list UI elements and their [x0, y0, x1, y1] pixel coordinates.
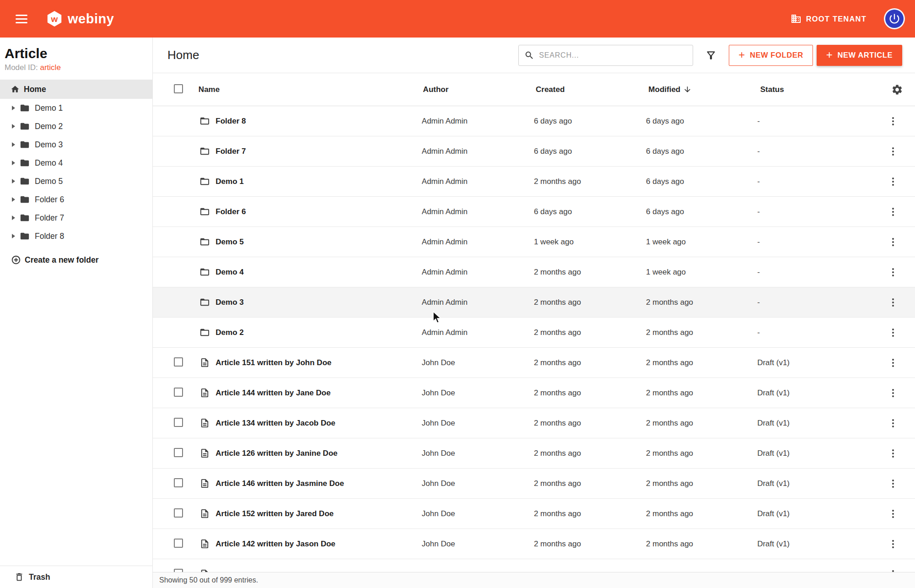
row-menu-button[interactable] [888, 206, 899, 217]
chevron-right-icon[interactable] [12, 234, 15, 238]
chevron-right-icon[interactable] [12, 161, 15, 165]
tenant-selector[interactable]: ROOT TENANT [791, 13, 867, 24]
row-name[interactable]: Article 126 written by Janine Doe [215, 449, 422, 458]
row-status: Draft (v1) [757, 419, 888, 428]
column-header-status[interactable]: Status [760, 85, 891, 94]
row-name[interactable]: Article 142 written by Jason Doe [215, 539, 422, 549]
table-row[interactable]: Article 151 written by John Doe John Doe… [153, 348, 915, 378]
row-created: 2 months ago [534, 419, 646, 428]
column-header-modified[interactable]: Modified [648, 85, 760, 94]
new-folder-button[interactable]: + NEW FOLDER [729, 45, 813, 66]
row-menu-button[interactable] [888, 267, 899, 278]
table-row[interactable]: Article 134 written by Jacob Doe John Do… [153, 408, 915, 438]
row-checkbox[interactable] [174, 508, 183, 518]
sidebar: Article Model ID: article Home Demo 1 De… [0, 38, 153, 588]
search-input[interactable] [539, 51, 687, 59]
sidebar-folder-item[interactable]: Demo 4 [0, 154, 152, 172]
row-name[interactable]: Demo 1 [215, 177, 422, 186]
chevron-right-icon[interactable] [12, 216, 15, 220]
trash-button[interactable]: Trash [0, 566, 152, 588]
table-row[interactable]: Demo 3 Admin Admin 2 months ago 2 months… [153, 287, 915, 318]
row-checkbox[interactable] [174, 448, 183, 457]
settings-icon[interactable] [891, 84, 903, 96]
row-menu-button[interactable] [888, 176, 899, 187]
sidebar-folder-item[interactable]: Demo 5 [0, 172, 152, 190]
row-checkbox[interactable] [174, 418, 183, 427]
row-menu-button[interactable] [888, 478, 899, 489]
table-row[interactable]: Folder 6 Admin Admin 6 days ago 6 days a… [153, 197, 915, 227]
sidebar-folder-item[interactable]: Demo 2 [0, 117, 152, 135]
row-menu-button[interactable] [888, 146, 899, 157]
chevron-right-icon[interactable] [12, 142, 15, 147]
row-menu-button[interactable] [888, 388, 899, 399]
article-icon [199, 418, 210, 428]
sidebar-folder-label: Folder 8 [35, 232, 64, 241]
row-name[interactable]: Folder 6 [215, 207, 422, 216]
table-row[interactable]: Article 144 written by Jane Doe John Doe… [153, 378, 915, 408]
row-name[interactable]: Demo 5 [215, 237, 422, 247]
create-folder-button[interactable]: Create a new folder [0, 250, 152, 270]
row-menu-button[interactable] [888, 357, 899, 368]
row-menu-button[interactable] [888, 539, 899, 550]
sidebar-folder-item[interactable]: Demo 3 [0, 135, 152, 154]
chevron-right-icon[interactable] [12, 197, 15, 202]
column-header-author[interactable]: Author [423, 85, 536, 94]
model-id-value[interactable]: article [40, 63, 60, 72]
row-menu-button[interactable] [888, 418, 899, 429]
chevron-right-icon[interactable] [12, 179, 15, 183]
row-checkbox[interactable] [174, 388, 183, 397]
user-avatar-button[interactable] [884, 8, 905, 29]
sidebar-folder-item[interactable]: Demo 1 [0, 99, 152, 117]
folder-icon [199, 146, 210, 156]
table-row[interactable]: Folder 8 Admin Admin 6 days ago 6 days a… [153, 106, 915, 136]
row-name[interactable]: Article 144 written by Jane Doe [215, 388, 422, 398]
sidebar-item-home[interactable]: Home [0, 80, 152, 99]
row-checkbox[interactable] [174, 539, 183, 548]
chevron-right-icon[interactable] [12, 106, 15, 110]
row-name[interactable]: Demo 3 [215, 298, 422, 307]
row-menu-button[interactable] [888, 508, 899, 519]
row-name[interactable]: Article 146 written by Jasmine Doe [215, 479, 422, 488]
model-title: Article [5, 46, 147, 61]
row-name[interactable]: Demo 2 [215, 328, 422, 337]
row-menu-button[interactable] [888, 297, 899, 308]
row-created: 2 months ago [534, 388, 646, 398]
row-checkbox[interactable] [174, 357, 183, 367]
sidebar-folder-item[interactable]: Folder 7 [0, 209, 152, 227]
add-circle-icon [11, 255, 21, 265]
table-row[interactable]: Folder 7 Admin Admin 6 days ago 6 days a… [153, 136, 915, 167]
row-name[interactable]: Demo 4 [215, 268, 422, 277]
row-menu-button[interactable] [888, 116, 899, 127]
sidebar-folder-item[interactable]: Folder 6 [0, 190, 152, 209]
table-row[interactable]: Article 152 written by Jared Doe John Do… [153, 499, 915, 529]
row-menu-button[interactable] [888, 237, 899, 248]
table-row[interactable]: Demo 4 Admin Admin 2 months ago 1 week a… [153, 257, 915, 287]
row-menu-button[interactable] [888, 327, 899, 338]
table-row[interactable]: Article 126 written by Janine Doe John D… [153, 438, 915, 469]
column-header-created[interactable]: Created [536, 85, 648, 94]
table-row[interactable]: Demo 1 Admin Admin 2 months ago 6 days a… [153, 167, 915, 197]
row-name[interactable]: Article 134 written by Jacob Doe [215, 419, 422, 428]
row-name[interactable]: Folder 8 [215, 117, 422, 126]
row-checkbox[interactable] [174, 478, 183, 487]
table-row[interactable]: Demo 2 Admin Admin 2 months ago 2 months… [153, 318, 915, 348]
row-name[interactable]: Article 151 written by John Doe [215, 358, 422, 367]
select-all-checkbox[interactable] [174, 84, 183, 93]
row-name[interactable]: Article 152 written by Jared Doe [215, 509, 422, 518]
sidebar-folder-label: Folder 6 [35, 195, 64, 205]
row-name[interactable]: Folder 7 [215, 147, 422, 156]
row-status: - [757, 177, 888, 186]
app-window: w webiny ROOT TENANT Article Model ID: a… [0, 0, 915, 588]
table-row[interactable]: Demo 5 Admin Admin 1 week ago 1 week ago… [153, 227, 915, 257]
table-row[interactable]: Article 142 written by Jason Doe John Do… [153, 529, 915, 559]
chevron-right-icon[interactable] [12, 124, 15, 129]
search-box[interactable] [518, 45, 693, 66]
row-menu-button[interactable] [888, 448, 899, 459]
column-header-name[interactable]: Name [199, 85, 423, 94]
filter-button[interactable] [705, 49, 717, 61]
menu-icon[interactable] [16, 15, 27, 23]
row-created: 6 days ago [534, 207, 646, 216]
table-row[interactable]: Article 146 written by Jasmine Doe John … [153, 469, 915, 499]
sidebar-folder-item[interactable]: Folder 8 [0, 227, 152, 245]
new-article-button[interactable]: + NEW ARTICLE [817, 45, 902, 66]
